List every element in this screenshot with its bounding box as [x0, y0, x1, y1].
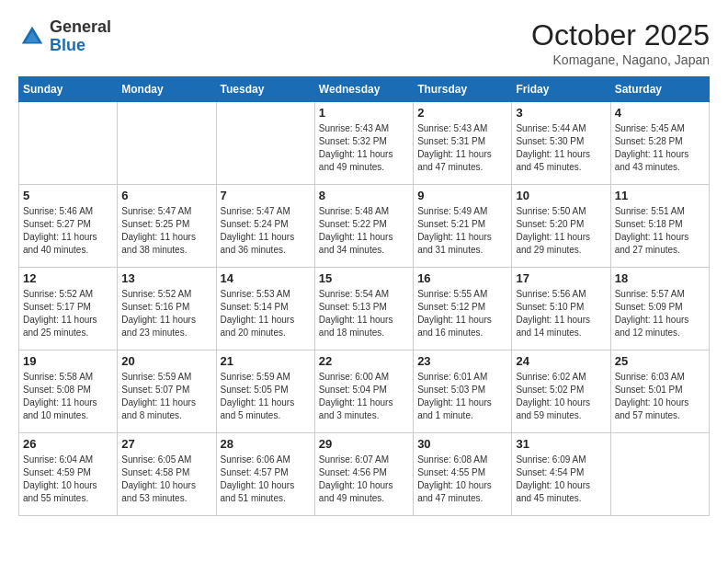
calendar-cell: 30Sunrise: 6:08 AM Sunset: 4:55 PM Dayli… [414, 433, 512, 516]
calendar-cell: 15Sunrise: 5:54 AM Sunset: 5:13 PM Dayli… [314, 268, 413, 350]
calendar-cell [118, 102, 216, 185]
day-info: Sunrise: 5:45 AM Sunset: 5:28 PM Dayligh… [615, 122, 705, 174]
calendar-cell: 3Sunrise: 5:44 AM Sunset: 5:30 PM Daylig… [512, 102, 610, 185]
calendar-cell: 7Sunrise: 5:47 AM Sunset: 5:24 PM Daylig… [216, 185, 314, 268]
calendar-cell: 1Sunrise: 5:43 AM Sunset: 5:32 PM Daylig… [314, 102, 413, 185]
calendar-cell [216, 102, 314, 185]
calendar-cell: 8Sunrise: 5:48 AM Sunset: 5:22 PM Daylig… [314, 185, 413, 268]
calendar-cell: 21Sunrise: 5:59 AM Sunset: 5:05 PM Dayli… [216, 350, 314, 433]
logo-icon [18, 23, 46, 51]
day-number: 23 [417, 354, 507, 368]
calendar-cell: 13Sunrise: 5:52 AM Sunset: 5:16 PM Dayli… [118, 268, 216, 350]
day-info: Sunrise: 6:02 AM Sunset: 5:02 PM Dayligh… [516, 371, 606, 422]
day-info: Sunrise: 6:06 AM Sunset: 4:57 PM Dayligh… [221, 454, 311, 505]
calendar-cell: 17Sunrise: 5:56 AM Sunset: 5:10 PM Dayli… [512, 268, 610, 350]
day-number: 6 [121, 189, 211, 202]
calendar-cell [610, 433, 709, 516]
calendar-week-row: 12Sunrise: 5:52 AM Sunset: 5:17 PM Dayli… [19, 268, 710, 350]
calendar-cell: 22Sunrise: 6:00 AM Sunset: 5:04 PM Dayli… [314, 350, 413, 433]
day-info: Sunrise: 5:59 AM Sunset: 5:05 PM Dayligh… [221, 371, 311, 422]
day-number: 19 [23, 354, 113, 368]
day-number: 24 [516, 354, 606, 368]
calendar-cell: 6Sunrise: 5:47 AM Sunset: 5:25 PM Daylig… [118, 185, 216, 268]
calendar-cell [19, 102, 118, 185]
calendar-cell: 28Sunrise: 6:06 AM Sunset: 4:57 PM Dayli… [216, 433, 314, 516]
calendar-cell: 11Sunrise: 5:51 AM Sunset: 5:18 PM Dayli… [610, 185, 709, 268]
day-info: Sunrise: 5:48 AM Sunset: 5:22 PM Dayligh… [319, 205, 409, 257]
day-number: 18 [615, 271, 705, 285]
day-number: 2 [417, 106, 507, 120]
month-title: October 2025 [531, 18, 710, 52]
day-info: Sunrise: 5:46 AM Sunset: 5:27 PM Dayligh… [23, 205, 113, 257]
day-info: Sunrise: 6:05 AM Sunset: 4:58 PM Dayligh… [121, 454, 211, 505]
title-block: October 2025 Komagane, Nagano, Japan [531, 18, 710, 67]
calendar-cell: 2Sunrise: 5:43 AM Sunset: 5:31 PM Daylig… [414, 102, 512, 185]
day-info: Sunrise: 6:04 AM Sunset: 4:59 PM Dayligh… [23, 454, 113, 505]
calendar-cell: 9Sunrise: 5:49 AM Sunset: 5:21 PM Daylig… [414, 185, 512, 268]
day-number: 31 [516, 437, 606, 451]
weekday-header-tuesday: Tuesday [216, 77, 314, 102]
day-info: Sunrise: 5:51 AM Sunset: 5:18 PM Dayligh… [615, 205, 705, 257]
calendar-cell: 4Sunrise: 5:45 AM Sunset: 5:28 PM Daylig… [610, 102, 709, 185]
day-info: Sunrise: 5:52 AM Sunset: 5:17 PM Dayligh… [23, 288, 113, 339]
day-number: 12 [23, 271, 113, 285]
calendar-cell: 31Sunrise: 6:09 AM Sunset: 4:54 PM Dayli… [512, 433, 610, 516]
location-subtitle: Komagane, Nagano, Japan [531, 52, 710, 67]
day-number: 3 [516, 106, 606, 120]
day-number: 28 [221, 437, 311, 451]
calendar-week-row: 26Sunrise: 6:04 AM Sunset: 4:59 PM Dayli… [19, 433, 710, 516]
logo-general-text: General [50, 18, 111, 37]
calendar-cell: 19Sunrise: 5:58 AM Sunset: 5:08 PM Dayli… [19, 350, 118, 433]
day-number: 14 [221, 271, 311, 285]
day-info: Sunrise: 6:01 AM Sunset: 5:03 PM Dayligh… [417, 371, 507, 422]
day-info: Sunrise: 5:50 AM Sunset: 5:20 PM Dayligh… [516, 205, 606, 257]
day-info: Sunrise: 5:53 AM Sunset: 5:14 PM Dayligh… [221, 288, 311, 339]
day-number: 5 [23, 189, 113, 202]
day-info: Sunrise: 5:43 AM Sunset: 5:31 PM Dayligh… [417, 122, 507, 174]
day-info: Sunrise: 5:47 AM Sunset: 5:24 PM Dayligh… [221, 205, 311, 257]
day-info: Sunrise: 5:43 AM Sunset: 5:32 PM Dayligh… [319, 122, 409, 174]
day-number: 29 [319, 437, 409, 451]
day-number: 4 [615, 106, 705, 120]
logo: General Blue [18, 18, 111, 55]
calendar-cell: 5Sunrise: 5:46 AM Sunset: 5:27 PM Daylig… [19, 185, 118, 268]
weekday-header-sunday: Sunday [19, 77, 118, 102]
day-info: Sunrise: 5:55 AM Sunset: 5:12 PM Dayligh… [417, 288, 507, 339]
day-info: Sunrise: 5:52 AM Sunset: 5:16 PM Dayligh… [121, 288, 211, 339]
day-number: 17 [516, 271, 606, 285]
day-info: Sunrise: 5:49 AM Sunset: 5:21 PM Dayligh… [417, 205, 507, 257]
weekday-header-friday: Friday [512, 77, 610, 102]
day-number: 11 [615, 189, 705, 202]
day-info: Sunrise: 6:09 AM Sunset: 4:54 PM Dayligh… [516, 454, 606, 505]
weekday-header-wednesday: Wednesday [314, 77, 413, 102]
day-number: 20 [121, 354, 211, 368]
day-info: Sunrise: 5:59 AM Sunset: 5:07 PM Dayligh… [121, 371, 211, 422]
calendar-cell: 25Sunrise: 6:03 AM Sunset: 5:01 PM Dayli… [610, 350, 709, 433]
weekday-header-monday: Monday [118, 77, 216, 102]
calendar-week-row: 19Sunrise: 5:58 AM Sunset: 5:08 PM Dayli… [19, 350, 710, 433]
day-info: Sunrise: 5:58 AM Sunset: 5:08 PM Dayligh… [23, 371, 113, 422]
day-number: 22 [319, 354, 409, 368]
calendar-cell: 20Sunrise: 5:59 AM Sunset: 5:07 PM Dayli… [118, 350, 216, 433]
day-number: 1 [319, 106, 409, 120]
day-number: 16 [417, 271, 507, 285]
weekday-header-thursday: Thursday [414, 77, 512, 102]
day-number: 9 [417, 189, 507, 202]
calendar-cell: 12Sunrise: 5:52 AM Sunset: 5:17 PM Dayli… [19, 268, 118, 350]
day-number: 26 [23, 437, 113, 451]
calendar-week-row: 5Sunrise: 5:46 AM Sunset: 5:27 PM Daylig… [19, 185, 710, 268]
day-number: 30 [417, 437, 507, 451]
calendar-cell: 24Sunrise: 6:02 AM Sunset: 5:02 PM Dayli… [512, 350, 610, 433]
day-number: 27 [121, 437, 211, 451]
day-info: Sunrise: 5:54 AM Sunset: 5:13 PM Dayligh… [319, 288, 409, 339]
calendar-cell: 26Sunrise: 6:04 AM Sunset: 4:59 PM Dayli… [19, 433, 118, 516]
day-info: Sunrise: 6:03 AM Sunset: 5:01 PM Dayligh… [615, 371, 705, 422]
day-number: 10 [516, 189, 606, 202]
calendar-cell: 16Sunrise: 5:55 AM Sunset: 5:12 PM Dayli… [414, 268, 512, 350]
day-number: 15 [319, 271, 409, 285]
day-info: Sunrise: 5:56 AM Sunset: 5:10 PM Dayligh… [516, 288, 606, 339]
day-number: 25 [615, 354, 705, 368]
calendar-cell: 18Sunrise: 5:57 AM Sunset: 5:09 PM Dayli… [610, 268, 709, 350]
day-info: Sunrise: 5:44 AM Sunset: 5:30 PM Dayligh… [516, 122, 606, 174]
calendar-week-row: 1Sunrise: 5:43 AM Sunset: 5:32 PM Daylig… [19, 102, 710, 185]
